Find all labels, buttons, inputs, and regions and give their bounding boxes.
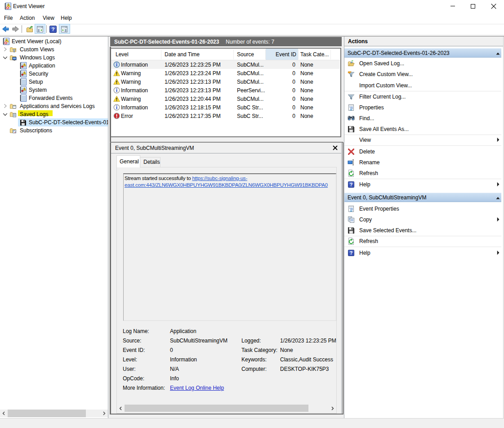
svg-text:?: ? bbox=[350, 182, 352, 187]
svg-text:?: ? bbox=[51, 27, 54, 32]
svg-text:?: ? bbox=[350, 250, 352, 256]
